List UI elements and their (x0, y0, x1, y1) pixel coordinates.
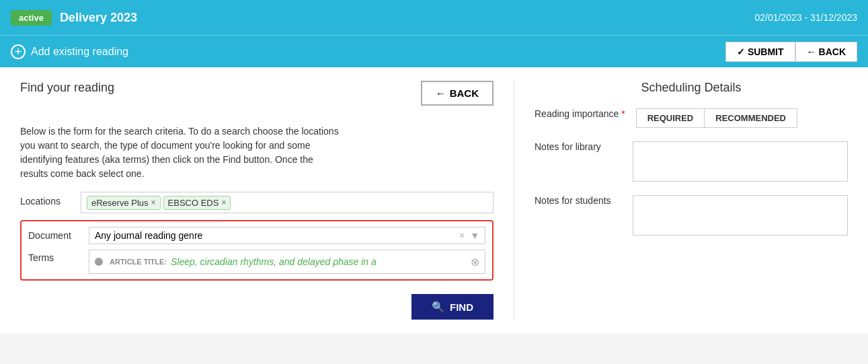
tag-ebsco-remove[interactable]: × (221, 198, 226, 207)
document-row: Document Any journal reading genre × ▼ (28, 227, 485, 244)
notes-students-row: Notes for students (535, 195, 848, 235)
document-select[interactable]: Any journal reading genre × ▼ (89, 227, 485, 244)
terms-inner: ARTICLE TITLE: Sleep, circadian rhythms,… (95, 256, 467, 267)
document-select-value: Any journal reading genre (95, 230, 459, 241)
tag-ereserve[interactable]: eReserve Plus × (87, 196, 161, 210)
back-header-button[interactable]: ← BACK (795, 42, 857, 62)
notes-library-row: Notes for library (535, 141, 848, 182)
clear-document-icon[interactable]: × (459, 230, 465, 241)
add-reading-label: Add existing reading (31, 46, 128, 58)
find-label: FIND (450, 301, 473, 313)
document-select-controls: × ▼ (459, 230, 479, 241)
back-main-button[interactable]: ← BACK (421, 81, 494, 106)
terms-label: Terms (28, 250, 82, 263)
header-left: active Delivery 2023 (11, 10, 137, 26)
sub-header: + Add existing reading ✓ SUBMIT ← BACK (0, 35, 868, 67)
required-button[interactable]: REQUIRED (636, 108, 705, 128)
locations-row: Locations eReserve Plus × EBSCO EDS × (20, 192, 494, 213)
arrow-left-icon: ← (436, 87, 446, 99)
reading-importance-label: Reading importance * (535, 108, 625, 119)
back-header-label: BACK (819, 46, 846, 57)
active-badge: active (11, 10, 52, 26)
top-header: active Delivery 2023 02/01/2023 - 31/12/… (0, 0, 868, 35)
plus-icon: + (11, 44, 26, 59)
find-reading-title: Find your reading (20, 81, 114, 95)
tag-ebsco-label: EBSCO EDS (168, 198, 219, 208)
tag-ebsco[interactable]: EBSCO EDS × (163, 196, 231, 210)
back-main-label: BACK (450, 87, 479, 99)
required-star: * (621, 108, 625, 119)
tag-ereserve-label: eReserve Plus (91, 198, 149, 208)
notes-library-textarea[interactable] (633, 141, 848, 182)
recommended-button[interactable]: RECOMMENDED (704, 108, 797, 128)
arrow-left-icon: ← (807, 46, 816, 57)
find-button[interactable]: 🔍 FIND (411, 294, 494, 320)
search-description: Below is the form for the search criteri… (20, 124, 343, 181)
tag-ereserve-remove[interactable]: × (151, 198, 156, 207)
date-range: 02/01/2023 - 31/12/2023 (754, 12, 857, 23)
right-panel: Scheduling Details Reading importance * … (514, 81, 848, 320)
find-header-row: Find your reading ← BACK (20, 81, 494, 116)
article-title-label: ARTICLE TITLE: (110, 258, 167, 266)
find-button-row: 🔍 FIND (20, 287, 494, 320)
add-reading-button[interactable]: + Add existing reading (11, 44, 128, 59)
search-icon: 🔍 (432, 301, 444, 313)
header-action-buttons: ✓ SUBMIT ← BACK (725, 42, 857, 62)
locations-field[interactable]: eReserve Plus × EBSCO EDS × (81, 192, 494, 213)
reading-importance-row: Reading importance * REQUIRED RECOMMENDE… (535, 108, 848, 128)
left-panel: Find your reading ← BACK Below is the fo… (20, 81, 514, 320)
notes-library-label: Notes for library (535, 141, 622, 152)
notes-students-textarea[interactable] (633, 195, 848, 235)
check-icon: ✓ (737, 46, 745, 57)
locations-label: Locations (20, 192, 74, 207)
scheduling-title: Scheduling Details (535, 81, 848, 95)
terms-dot-icon (95, 258, 103, 266)
terms-row: Terms ARTICLE TITLE: Sleep, circadian rh… (28, 250, 485, 274)
article-title-value: Sleep, circadian rhythms, and delayed ph… (171, 256, 467, 267)
terms-clear-icon[interactable]: ⊗ (471, 256, 479, 268)
main-content: Find your reading ← BACK Below is the fo… (0, 67, 868, 333)
terms-field[interactable]: ARTICLE TITLE: Sleep, circadian rhythms,… (89, 250, 485, 274)
document-terms-section: Document Any journal reading genre × ▼ T… (20, 220, 494, 281)
importance-buttons: REQUIRED RECOMMENDED (636, 108, 797, 128)
dropdown-icon[interactable]: ▼ (470, 230, 479, 241)
delivery-title: Delivery 2023 (60, 11, 137, 25)
submit-button[interactable]: ✓ SUBMIT (725, 42, 795, 62)
document-label: Document (28, 230, 82, 241)
notes-students-label: Notes for students (535, 195, 622, 206)
submit-label: SUBMIT (748, 46, 784, 57)
